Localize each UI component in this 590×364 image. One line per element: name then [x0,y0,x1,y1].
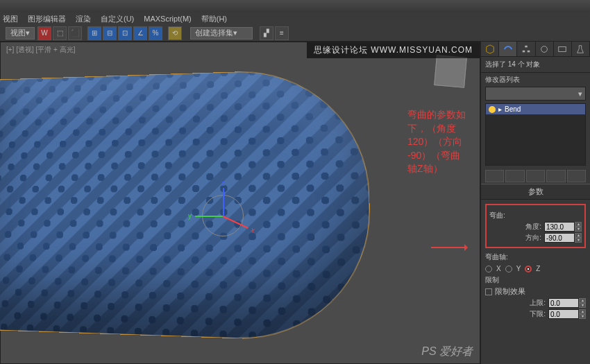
show-end-result-button[interactable] [505,170,524,182]
toolbar-align[interactable]: ≡ [275,26,289,40]
axis-y-radio[interactable] [505,266,512,272]
title-bar [0,0,590,12]
svg-rect-4 [559,46,566,51]
toolbar-snap-5[interactable]: % [149,26,162,40]
angle-spin-down[interactable]: ▾ [575,227,582,232]
angle-spinner[interactable]: ▴▾ [544,222,582,232]
watermark-top: 思缘设计论坛 WWW.MISSYUAN.COM [307,42,480,58]
toolbar-mirror[interactable]: ▞ [260,26,273,40]
tab-hierarchy[interactable] [517,42,535,56]
toolbar-snap-2[interactable]: ⊟ [103,26,117,40]
viewport[interactable]: [+] [透视] [平滑 + 高光] 思缘设计论坛 WWW.MISSYUAN.C… [0,42,480,364]
tab-motion[interactable] [536,42,554,56]
upper-limit-input[interactable] [548,298,579,308]
command-panel: 选择了 14 个 对象 修改器列表 ▾ ▸ Bend 参数 弯曲: 角度: [480,42,590,364]
tab-utilities[interactable] [572,42,590,56]
bulb-icon[interactable] [489,106,496,113]
watermark-bottom: PS 爱好者 [421,345,473,359]
axis-z-radio[interactable] [525,266,532,272]
svg-rect-1 [523,50,525,52]
direction-spin-down[interactable]: ▾ [575,238,582,243]
annotation-arrow-icon [431,247,466,248]
bend-section-label: 弯曲: [489,211,582,220]
annotation-text: 弯曲的参数如 下，（角度 120）（方向 -90）（弯曲 轴Z轴） [407,108,466,176]
toolbar-view-dropdown[interactable]: 视图 ▾ [6,27,35,40]
modifier-bend[interactable]: ▸ Bend [486,104,585,114]
menu-graph-editor[interactable]: 图形编辑器 [28,14,66,24]
toolbar-snap-3[interactable]: ⊡ [118,26,132,40]
svg-rect-2 [528,50,530,52]
bend-params-group: 弯曲: 角度: ▴▾ 方向: ▴▾ [485,204,586,248]
upper-limit-label: 上限: [485,298,546,308]
modifier-stack[interactable]: ▸ Bend [485,103,586,166]
axis-y-icon[interactable] [195,216,223,217]
menu-maxscript[interactable]: MAXScript(M) [144,15,191,23]
modifier-stack-buttons [485,170,586,182]
modifier-list-dropdown[interactable]: ▾ [485,87,586,101]
svg-point-3 [541,46,548,52]
direction-spin-up[interactable]: ▴ [575,233,582,238]
axis-z-icon[interactable] [223,188,224,216]
viewcube[interactable] [434,55,467,88]
toolbar-selection-set[interactable]: 创建选择集 ▾ [190,27,253,40]
limit-section-label: 限制 [485,275,586,285]
selection-info: 选择了 14 个 对象 [481,57,590,73]
chevron-down-icon: ▾ [578,89,582,98]
toolbar-btn-1[interactable]: W [37,26,51,40]
svg-rect-0 [525,45,528,47]
direction-input[interactable] [544,233,575,243]
rollout-parameters-title[interactable]: 参数 [481,184,590,200]
angle-input[interactable] [544,222,575,232]
lower-limit-spinner[interactable]: ▴▾ [548,309,586,319]
toolbar-btn-2[interactable]: ⬚ [53,26,67,40]
toolbar-snap-1[interactable]: ⊞ [87,26,101,40]
axis-x-radio[interactable] [485,266,492,272]
tab-create[interactable] [481,42,499,56]
tab-modify[interactable] [499,42,517,56]
angle-spin-up[interactable]: ▴ [575,222,582,227]
toolbar-btn-3[interactable]: ⬛ [68,26,82,40]
angle-label: 角度: [489,222,541,232]
direction-spinner[interactable]: ▴▾ [544,233,582,243]
menu-render[interactable]: 渲染 [76,14,91,24]
tab-display[interactable] [554,42,572,56]
lower-limit-input[interactable] [548,309,579,319]
direction-label: 方向: [489,233,541,243]
menu-customize[interactable]: 自定义(U) [101,14,134,24]
command-tabs [481,42,590,57]
make-unique-button[interactable] [526,170,545,182]
mesh-object[interactable] [0,67,373,343]
remove-modifier-button[interactable] [546,170,565,182]
modifier-list-label: 修改器列表 [481,73,590,87]
pin-stack-button[interactable] [485,170,504,182]
toolbar-btn-bounce[interactable]: ⟲ [168,26,182,40]
toolbar-snap-4[interactable]: ∠ [133,26,147,40]
axis-section-label: 弯曲轴: [485,252,586,262]
limit-effect-label: 限制效果 [495,286,525,297]
viewport-label[interactable]: [+] [透视] [平滑 + 高光] [6,45,75,55]
lower-limit-label: 下限: [485,309,546,319]
limit-effect-checkbox[interactable] [485,288,492,295]
menu-view[interactable]: 视图 [3,14,18,24]
upper-limit-spinner[interactable]: ▴▾ [548,298,586,308]
menu-bar: 视图 图形编辑器 渲染 自定义(U) MAXScript(M) 帮助(H) [0,12,590,25]
main-toolbar: 视图 ▾ W ⬚ ⬛ ⊞ ⊟ ⊡ ∠ % ⟲ 创建选择集 ▾ ▞ ≡ [0,25,590,42]
transform-gizmo[interactable] [195,188,251,243]
menu-help[interactable]: 帮助(H) [201,14,227,24]
configure-sets-button[interactable] [567,170,586,182]
